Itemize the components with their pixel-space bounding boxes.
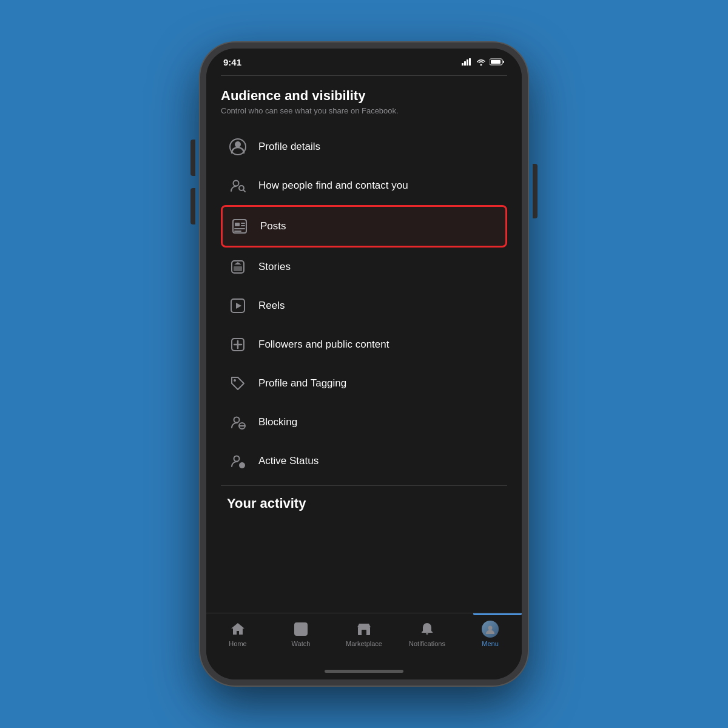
section-title: Audience and visibility: [221, 88, 507, 104]
nav-item-notifications[interactable]: Notifications: [396, 618, 459, 647]
svg-point-24: [234, 379, 236, 382]
phone-frame: 9:41: [200, 42, 528, 686]
menu-item-active-status[interactable]: Active Status: [221, 442, 507, 480]
menu-item-profile-tagging[interactable]: Profile and Tagging: [221, 364, 507, 403]
home-indicator: [206, 662, 522, 679]
nav-item-menu[interactable]: Menu: [459, 618, 522, 647]
blocking-label: Blocking: [258, 416, 297, 428]
bottom-nav: Home Watch: [206, 613, 522, 662]
nav-item-watch[interactable]: Watch: [269, 618, 332, 647]
svg-point-28: [234, 456, 240, 462]
signal-icon: [462, 58, 473, 66]
profile-details-label: Profile details: [258, 141, 320, 153]
svg-point-8: [234, 181, 239, 186]
activity-title: Your activity: [221, 496, 507, 511]
profile-tagging-label: Profile and Tagging: [258, 377, 346, 389]
home-nav-label: Home: [229, 640, 246, 647]
section-subtitle: Control who can see what you share on Fa…: [221, 106, 507, 115]
svg-point-34: [488, 626, 493, 630]
home-indicator-bar: [325, 670, 403, 673]
nav-item-marketplace[interactable]: Marketplace: [332, 618, 396, 647]
svg-point-29: [239, 462, 245, 468]
screen: 9:41: [206, 49, 522, 679]
status-time: 9:41: [223, 57, 241, 67]
menu-item-stories[interactable]: Stories: [221, 248, 507, 286]
stories-icon: [227, 256, 249, 278]
svg-rect-5: [491, 60, 500, 64]
stories-label: Stories: [258, 261, 291, 273]
battery-icon: [490, 58, 505, 66]
menu-nav-label: Menu: [482, 640, 499, 647]
find-contact-label: How people find and contact you: [258, 180, 408, 192]
posts-label: Posts: [260, 220, 286, 232]
reels-icon: [227, 295, 249, 317]
followers-icon: [227, 334, 249, 356]
menu-item-blocking[interactable]: Blocking: [221, 403, 507, 442]
content-divider: [221, 485, 507, 486]
menu-item-find-contact[interactable]: How people find and contact you: [221, 166, 507, 205]
svg-rect-0: [462, 63, 463, 66]
phone-frame-wrapper: 9:41: [200, 42, 528, 686]
menu-avatar-icon: [482, 621, 499, 638]
profile-icon: [227, 136, 249, 158]
svg-rect-12: [235, 223, 240, 226]
tag-icon: [227, 372, 249, 394]
svg-rect-3: [469, 58, 471, 66]
active-status-icon: [227, 450, 249, 472]
nav-active-indicator: [473, 613, 522, 615]
svg-point-25: [234, 417, 240, 423]
wifi-icon: [476, 58, 486, 66]
posts-icon: [229, 215, 251, 237]
svg-point-6: [235, 141, 241, 147]
find-contact-icon: [227, 175, 249, 197]
nav-item-home[interactable]: Home: [206, 618, 269, 647]
watch-nav-label: Watch: [292, 640, 311, 647]
reels-label: Reels: [258, 300, 285, 312]
svg-rect-18: [234, 266, 242, 271]
followers-label: Followers and public content: [258, 339, 389, 351]
home-icon: [229, 621, 246, 638]
menu-item-followers[interactable]: Followers and public content: [221, 325, 507, 364]
side-button-volume-down: [190, 188, 195, 224]
svg-rect-1: [464, 61, 466, 66]
menu-item-reels[interactable]: Reels: [221, 286, 507, 325]
active-status-label: Active Status: [258, 455, 318, 467]
svg-rect-33: [362, 630, 366, 635]
menu-item-profile-details[interactable]: Profile details: [221, 127, 507, 166]
notifications-nav-label: Notifications: [409, 640, 445, 647]
marketplace-icon: [356, 621, 372, 638]
svg-line-10: [243, 190, 245, 192]
menu-list: Profile details How people fin: [221, 127, 507, 480]
status-bar: 9:41: [206, 49, 522, 75]
user-avatar: [482, 621, 499, 638]
svg-marker-20: [236, 303, 241, 309]
main-content: Audience and visibility Control who can …: [206, 76, 522, 613]
menu-item-posts[interactable]: Posts: [221, 205, 507, 248]
side-button-power: [533, 164, 538, 218]
blocking-icon: [227, 411, 249, 433]
notifications-icon: [419, 621, 436, 638]
watch-icon: [292, 621, 309, 638]
side-button-volume-up: [190, 140, 195, 176]
status-icons: [462, 58, 505, 66]
svg-rect-2: [467, 59, 468, 66]
marketplace-nav-label: Marketplace: [346, 640, 382, 647]
